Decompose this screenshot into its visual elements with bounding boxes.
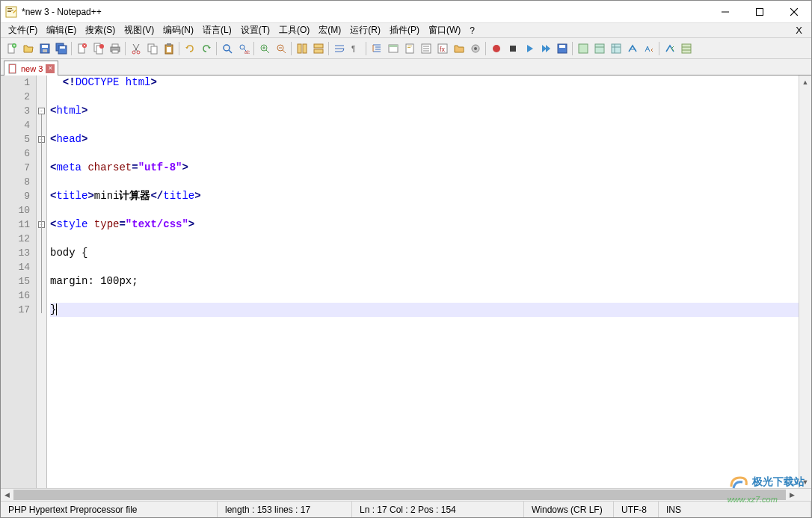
svg-rect-78 (559, 45, 565, 48)
func-list-icon[interactable]: fx (434, 40, 450, 56)
menubar-close-x[interactable]: X (790, 23, 808, 37)
menu-tools[interactable]: 工具(O) (274, 22, 314, 38)
svg-rect-63 (389, 45, 398, 47)
svg-rect-27 (112, 50, 118, 53)
play-icon[interactable] (521, 40, 537, 56)
svg-rect-65 (407, 46, 412, 46)
record-icon[interactable] (488, 40, 504, 56)
statusbar: PHP Hypertext Preprocessor file length :… (1, 501, 811, 517)
menu-help[interactable]: ? (465, 24, 479, 37)
menu-window[interactable]: 窗口(W) (424, 22, 465, 38)
find-icon[interactable] (219, 40, 235, 56)
save-macro-icon[interactable] (554, 40, 570, 56)
svg-text:¶: ¶ (351, 45, 355, 53)
editor: 1234567891011121314151617 --- <!DOCTYPE … (1, 75, 811, 488)
svg-line-47 (283, 50, 286, 53)
svg-line-38 (229, 50, 232, 53)
modified-file-icon (7, 64, 18, 74)
wrap-icon[interactable] (331, 40, 347, 56)
maximize-button[interactable] (742, 1, 777, 23)
t4-icon[interactable] (624, 40, 640, 56)
menu-search[interactable]: 搜索(S) (81, 22, 120, 38)
svg-rect-1 (7, 8, 12, 9)
new-file-icon[interactable] (4, 40, 19, 56)
status-encoding[interactable]: UTF-8 (614, 502, 659, 517)
copy-icon[interactable] (144, 40, 160, 56)
doc-list-icon[interactable] (418, 40, 434, 56)
menu-view[interactable]: 视图(V) (120, 22, 159, 38)
replace-icon[interactable]: ab (236, 40, 251, 56)
cut-icon[interactable] (128, 40, 144, 56)
folder-icon[interactable] (451, 40, 467, 56)
zoom-in-icon[interactable] (256, 40, 272, 56)
svg-rect-66 (407, 47, 410, 48)
tab-label: new 3 (21, 64, 43, 73)
undo-icon[interactable] (182, 40, 197, 56)
svg-rect-80 (595, 44, 604, 53)
svg-rect-52 (314, 49, 323, 53)
save-all-icon[interactable] (53, 40, 69, 56)
print-icon[interactable] (107, 40, 123, 56)
scroll-left-arrow-icon[interactable]: ◀ (1, 489, 13, 501)
sync-v-icon[interactable] (294, 40, 310, 56)
zoom-out-icon[interactable] (273, 40, 289, 56)
close-file-icon[interactable] (74, 40, 90, 56)
scroll-up-arrow-icon[interactable]: ▲ (799, 75, 811, 88)
show-all-chars-icon[interactable]: ¶ (348, 40, 363, 56)
t6-icon[interactable] (662, 40, 677, 56)
svg-rect-33 (151, 46, 157, 54)
close-button[interactable] (777, 1, 811, 23)
svg-point-75 (493, 45, 500, 52)
horizontal-scrollbar[interactable]: ◀ ▶ (1, 488, 811, 501)
redo-icon[interactable] (198, 40, 214, 56)
monitor-icon[interactable] (467, 40, 483, 56)
menu-language[interactable]: 语言(L) (198, 22, 236, 38)
svg-point-31 (137, 51, 140, 54)
open-file-icon[interactable] (20, 40, 36, 56)
svg-line-43 (266, 50, 269, 53)
t5-icon[interactable] (641, 40, 656, 56)
svg-text:ab: ab (244, 49, 250, 55)
svg-text:fx: fx (440, 46, 446, 53)
indent-guide-icon[interactable] (369, 40, 384, 56)
line-number-gutter: 1234567891011121314151617 (1, 75, 37, 488)
svg-rect-2 (7, 10, 13, 10)
status-eol[interactable]: Windows (CR LF) (524, 502, 614, 517)
menu-plugins[interactable]: 插件(P) (385, 22, 424, 38)
vertical-scrollbar[interactable]: ▲ ▼ (799, 75, 811, 488)
svg-rect-82 (612, 44, 621, 53)
fold-toggle-icon[interactable]: - (38, 108, 45, 114)
app-window: *new 3 - Notepad++ 文件(F) 编辑(E) 搜索(S) 视图(… (0, 0, 812, 518)
menu-file[interactable]: 文件(F) (4, 22, 42, 38)
close-tab-icon[interactable]: × (46, 64, 55, 73)
svg-rect-50 (303, 44, 307, 53)
t1-icon[interactable] (575, 40, 591, 56)
doc-map-icon[interactable] (402, 40, 417, 56)
menu-encoding[interactable]: 编码(N) (159, 22, 198, 38)
svg-rect-51 (314, 44, 323, 48)
close-all-icon[interactable] (90, 40, 106, 56)
sync-h-icon[interactable] (310, 40, 326, 56)
menu-run[interactable]: 运行(R) (345, 22, 385, 38)
save-icon[interactable] (37, 40, 52, 56)
menu-settings[interactable]: 设置(T) (236, 22, 274, 38)
t7-icon[interactable] (678, 40, 694, 56)
scroll-down-arrow-icon[interactable]: ▼ (799, 475, 811, 488)
status-filetype: PHP Hypertext Preprocessor file (1, 502, 218, 517)
t3-icon[interactable] (608, 40, 624, 56)
fold-column[interactable]: --- (37, 75, 47, 488)
stop-icon[interactable] (505, 40, 520, 56)
scroll-right-arrow-icon[interactable]: ▶ (786, 489, 799, 501)
svg-rect-49 (298, 44, 301, 53)
paste-icon[interactable] (161, 40, 176, 56)
svg-rect-14 (43, 49, 47, 52)
status-ins[interactable]: INS (659, 502, 811, 517)
udl-icon[interactable] (385, 40, 401, 56)
menu-macro[interactable]: 宏(M) (314, 22, 345, 38)
code-text-area[interactable]: <!DOCTYPE html><html><head><meta charset… (47, 75, 799, 488)
document-tab[interactable]: new 3 × (4, 61, 58, 75)
menu-edit[interactable]: 编辑(E) (42, 22, 81, 38)
play-multi-icon[interactable] (538, 40, 553, 56)
t2-icon[interactable] (591, 40, 607, 56)
minimize-button[interactable] (708, 1, 742, 23)
